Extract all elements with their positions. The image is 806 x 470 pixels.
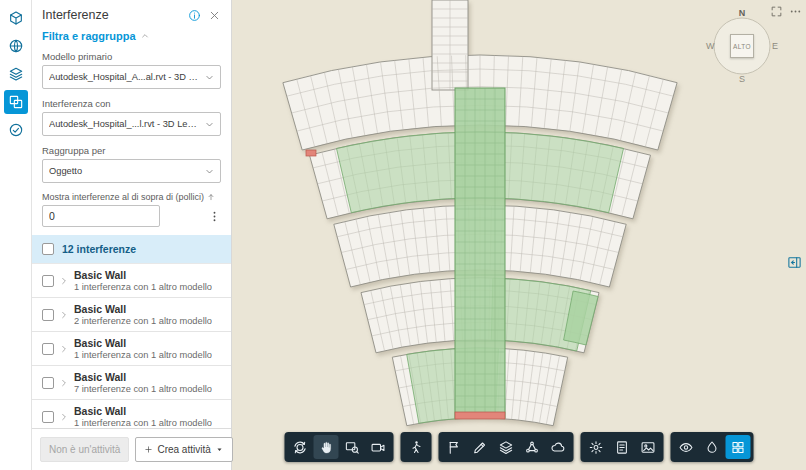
chevron-down-icon bbox=[205, 120, 214, 129]
tool-markup-icon[interactable] bbox=[442, 435, 467, 459]
clash-with-select[interactable]: Autodesk_Hospital_...l.rvt - 3D Level 5 bbox=[42, 112, 221, 136]
plus-icon bbox=[144, 445, 153, 454]
close-icon[interactable] bbox=[208, 9, 221, 22]
tool-zoom-window-icon[interactable] bbox=[340, 435, 365, 459]
row-subtitle: 2 interferenze con 1 altro modello bbox=[74, 316, 212, 326]
list-item[interactable]: Basic Wall1 interferenza con 1 altro mod… bbox=[32, 400, 231, 428]
clash-panel: Interferenze Filtra e raggruppa Modello … bbox=[32, 0, 232, 470]
chevron-down-icon bbox=[205, 73, 214, 82]
chevron-right-icon[interactable] bbox=[60, 379, 68, 387]
row-title: Basic Wall bbox=[74, 371, 212, 383]
tool-cluster-icon[interactable] bbox=[520, 435, 545, 459]
rail-item-checklists[interactable] bbox=[4, 118, 28, 142]
filter-group-toggle[interactable]: Filtra e raggruppa bbox=[32, 28, 231, 51]
caret-down-icon bbox=[215, 445, 224, 454]
tool-gear-icon[interactable] bbox=[584, 435, 609, 459]
clash-with-value: Autodesk_Hospital_...l.rvt - 3D Level 5 bbox=[49, 119, 201, 129]
stack-icon bbox=[8, 66, 24, 82]
primary-model-select[interactable]: Autodesk_Hospital_A...al.rvt - 3D Level … bbox=[42, 65, 221, 89]
clash-with-label: Interferenza con bbox=[42, 98, 221, 109]
threshold-label-row: Mostra interferenze al di sopra di (poll… bbox=[32, 192, 231, 202]
rail-item-views[interactable] bbox=[4, 62, 28, 86]
compass-s: S bbox=[739, 74, 745, 84]
app-window: Interferenze Filtra e raggruppa Modello … bbox=[0, 0, 806, 470]
clash-list: Basic Wall1 interferenza con 1 altro mod… bbox=[32, 263, 231, 428]
list-item[interactable]: Basic Wall7 interferenze con 1 altro mod… bbox=[32, 366, 231, 400]
tool-report-icon[interactable] bbox=[610, 435, 635, 459]
group-by-label: Raggruppa per bbox=[42, 145, 221, 156]
tool-xray-icon[interactable] bbox=[700, 435, 725, 459]
chevron-right-icon[interactable] bbox=[60, 277, 68, 285]
group-by-value: Oggetto bbox=[49, 166, 201, 176]
toolbar-group-1 bbox=[285, 432, 394, 462]
tool-screenshot-icon[interactable] bbox=[636, 435, 661, 459]
overflow-icon[interactable] bbox=[789, 5, 802, 18]
overflow-menu-icon[interactable] bbox=[208, 210, 221, 223]
chevron-right-icon[interactable] bbox=[60, 345, 68, 353]
primary-model-field: Modello primario Autodesk_Hospital_A...a… bbox=[32, 51, 231, 89]
compass-e: E bbox=[772, 41, 778, 51]
compass-n: N bbox=[739, 8, 746, 18]
threshold-input[interactable] bbox=[42, 205, 160, 227]
create-issue-label: Crea attività bbox=[157, 444, 210, 455]
compass-top-face[interactable]: ALTO bbox=[730, 34, 754, 58]
compass[interactable]: N E S W ALTO bbox=[704, 8, 780, 84]
row-checkbox[interactable] bbox=[42, 377, 54, 389]
summary-label: 12 interferenze bbox=[62, 243, 136, 255]
list-item[interactable]: Basic Wall1 interferenza con 1 altro mod… bbox=[32, 332, 231, 366]
nav-rail bbox=[0, 0, 32, 470]
tool-orbit-icon[interactable] bbox=[288, 435, 313, 459]
row-checkbox[interactable] bbox=[42, 411, 54, 423]
tool-eye-icon[interactable] bbox=[674, 435, 699, 459]
right-panel-toggle[interactable] bbox=[787, 255, 802, 270]
row-subtitle: 1 interferenza con 1 altro modello bbox=[74, 418, 212, 428]
list-item[interactable]: Basic Wall2 interferenze con 1 altro mod… bbox=[32, 298, 231, 332]
viewer-toolbar bbox=[285, 432, 754, 462]
fullscreen-icon[interactable] bbox=[770, 5, 783, 18]
rail-item-clashes[interactable] bbox=[4, 90, 28, 114]
group-by-select[interactable]: Oggetto bbox=[42, 159, 221, 183]
clash-summary-row[interactable]: 12 interferenze bbox=[32, 235, 231, 263]
row-subtitle: 1 interferenza con 1 altro modello bbox=[74, 282, 212, 292]
panel-expand-icon bbox=[787, 255, 802, 270]
tool-layers-icon[interactable] bbox=[494, 435, 519, 459]
not-issue-button[interactable]: Non è un'attività bbox=[40, 437, 129, 462]
row-title: Basic Wall bbox=[74, 337, 212, 349]
group-by-field: Raggruppa per Oggetto bbox=[32, 145, 231, 183]
rail-item-models[interactable] bbox=[4, 6, 28, 30]
info-icon[interactable] bbox=[188, 9, 201, 22]
create-issue-button[interactable]: Crea attività bbox=[135, 437, 232, 462]
viewport[interactable]: N E S W ALTO bbox=[232, 0, 806, 470]
cube-icon bbox=[8, 10, 24, 26]
clash-with-field: Interferenza con Autodesk_Hospital_...l.… bbox=[32, 98, 231, 136]
panel-footer: Non è un'attività Crea attività bbox=[32, 428, 231, 470]
globe-icon bbox=[8, 38, 24, 54]
row-subtitle: 7 interferenze con 1 altro modello bbox=[74, 384, 212, 394]
list-item[interactable]: Basic Wall1 interferenza con 1 altro mod… bbox=[32, 264, 231, 298]
toolbar-group-2 bbox=[401, 432, 432, 462]
chevron-right-icon[interactable] bbox=[60, 413, 68, 421]
corner-icons bbox=[770, 5, 802, 18]
row-subtitle: 1 interferenza con 1 altro modello bbox=[74, 350, 212, 360]
tool-walk-icon[interactable] bbox=[404, 435, 429, 459]
arrow-up-icon bbox=[207, 193, 215, 201]
chevron-up-icon bbox=[141, 32, 149, 40]
tool-measure-icon[interactable] bbox=[468, 435, 493, 459]
tool-cloud-icon[interactable] bbox=[546, 435, 571, 459]
row-checkbox[interactable] bbox=[42, 309, 54, 321]
not-issue-label: Non è un'attività bbox=[49, 444, 120, 455]
chevron-down-icon bbox=[205, 167, 214, 176]
row-title: Basic Wall bbox=[74, 303, 212, 315]
tool-camera-icon[interactable] bbox=[366, 435, 391, 459]
filter-group-label: Filtra e raggruppa bbox=[42, 30, 136, 42]
chevron-right-icon[interactable] bbox=[60, 311, 68, 319]
rail-item-issues[interactable] bbox=[4, 34, 28, 58]
clash-icon bbox=[8, 94, 24, 110]
tool-pan-icon[interactable] bbox=[314, 435, 339, 459]
summary-checkbox[interactable] bbox=[42, 243, 54, 255]
tool-clash-grid-icon[interactable] bbox=[726, 435, 751, 459]
row-checkbox[interactable] bbox=[42, 343, 54, 355]
row-checkbox[interactable] bbox=[42, 275, 54, 287]
primary-model-value: Autodesk_Hospital_A...al.rvt - 3D Level … bbox=[49, 72, 201, 82]
row-title: Basic Wall bbox=[74, 269, 212, 281]
